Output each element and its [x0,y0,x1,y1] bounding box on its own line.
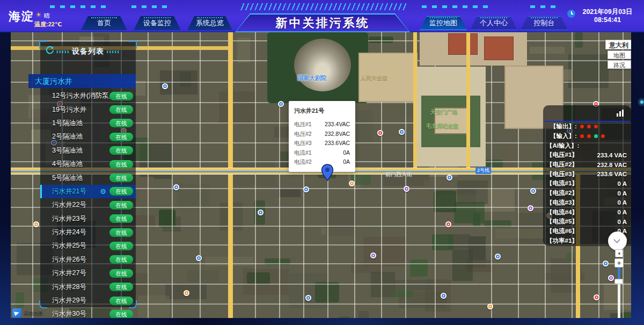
map-poi-marker[interactable] [33,221,39,227]
nav-system-overview-button[interactable]: 系统总览 [187,16,232,30]
device-name: 4号隔油池 [52,160,109,169]
nav-device-monitor-button[interactable]: 设备监控 [134,16,181,30]
app-title-banner: 新中关排污系统 [235,13,410,32]
map-poi-marker[interactable] [399,129,405,135]
status-dot-icon [580,125,584,128]
device-list-item[interactable]: 污水井26号在线 [40,253,136,266]
status-badge: 在线 [109,228,133,237]
nav-home-button[interactable]: 首页 [81,16,127,30]
device-list-item[interactable]: 污水井25号在线 [40,239,136,252]
map-layer-chip-traffic[interactable]: 路况 [608,60,631,69]
map-poi-marker[interactable] [608,275,614,281]
zoom-in-button[interactable]: + [614,258,624,268]
device-list-item[interactable]: 污水井30号在线 [40,307,136,318]
amap-logo-icon[interactable] [12,308,21,317]
telemetry-label: 【电压#1】 [546,151,578,159]
map-poi-marker[interactable] [594,294,599,300]
map-label-text: 天安门广场 [430,109,457,116]
map-poi-marker[interactable] [495,254,501,259]
popup-metric-label: 电压#2 [294,129,312,139]
map-poi-marker[interactable] [530,188,536,194]
device-list-item[interactable]: 19号污水井在线 [40,103,136,116]
map-palace-building [448,33,478,55]
map-poi-marker[interactable] [162,83,168,89]
map-pin-icon[interactable] [321,164,334,181]
map-poi-marker[interactable] [377,130,383,136]
status-badge: 在线 [109,201,133,210]
map-poi-marker[interactable] [603,261,609,266]
device-list-item[interactable]: 污水井28号在线 [40,280,136,293]
telemetry-value: 233.4 VAC [597,152,627,158]
map-block [394,280,433,291]
panel-collapse-button[interactable] [608,232,627,250]
locate-button[interactable] [615,249,623,257]
map-poi-marker[interactable] [370,252,376,258]
map-layer-chip-map[interactable]: 地图 [608,50,631,59]
map-poi-marker[interactable] [487,304,493,309]
device-list-item[interactable]: 12号污水井(消防泵房)在线 [40,89,136,103]
map-poi-marker[interactable] [305,295,311,301]
status-dot-icon [587,125,591,128]
device-group-header[interactable]: 大厦污水井 [28,74,136,88]
map-poi-marker[interactable] [445,221,451,227]
popup-metric-row: 电压#1233.4VAC [294,120,350,129]
device-list-item[interactable]: 4号隔油池在线 [40,157,136,171]
device-list-panel: 设备列表 大厦污水井 12号污水井(消防泵房)在线19号污水井在线1号隔油池在线… [40,42,136,307]
map-poi-marker[interactable] [447,175,452,180]
bar-chart-icon[interactable] [617,110,626,117]
device-list-item[interactable]: 污水井24号在线 [40,226,136,239]
zoom-slider-handle[interactable] [614,279,623,284]
map-poi-marker[interactable] [528,205,533,211]
nav-console-button[interactable]: 控制台 [521,16,568,30]
popup-metric-value: 0A [343,157,350,167]
gear-icon[interactable]: ⚙ [100,187,106,196]
map-poi-marker[interactable] [441,293,447,299]
map-poi-marker[interactable] [278,101,284,107]
device-list-item[interactable]: 污水井29号在线 [40,294,136,307]
nav-monitor-map-button[interactable]: 监控地图 [420,16,467,30]
device-list-item[interactable]: 污水井22号在线 [40,198,136,212]
telemetry-rows: 【输出】:【输入】:【AI输入】:【电压#1】233.4 VAC【电压#2】23… [543,122,631,245]
popup-metric-label: 电流#1 [294,148,312,158]
map-stadium-dome [294,39,351,91]
device-name: 污水井22号 [52,200,109,210]
map-poi-marker[interactable] [184,290,189,296]
device-list-item[interactable]: 3号隔油池在线 [40,144,136,157]
map-poi-marker[interactable] [303,186,309,192]
map-block [457,180,488,204]
telemetry-value: 0 A [618,190,627,197]
status-badge: 在线 [109,242,133,250]
telemetry-metric-row: 【电流#2】0 A [543,189,631,198]
status-badge: 在线 [109,92,133,100]
device-list-item[interactable]: 5号隔油池在线 [40,171,136,184]
device-list-item[interactable]: 2号隔油池在线 [40,130,136,143]
device-list-item[interactable]: 污水井27号在线 [40,266,136,280]
device-name: 2号隔油池 [52,132,109,141]
decor-dashes [50,5,109,8]
map-poi-marker[interactable] [349,180,355,186]
device-name: 污水井27号 [52,269,109,278]
map-road [466,32,470,169]
map-poi-marker[interactable] [404,186,409,192]
map-attribution: 高德地图 [24,310,43,317]
device-list-item[interactable]: 污水井21号⚙在线 [40,185,136,198]
nav-personal-center-button[interactable]: 个人中心 [470,16,517,30]
status-badge: 在线 [109,146,133,155]
map-layer-chip-satellite[interactable]: 意大利 [605,40,631,49]
device-name: 污水井21号 [52,187,100,196]
map-poi-marker[interactable] [258,210,264,215]
device-list-item[interactable]: 污水井23号在线 [40,212,136,226]
map-poi-marker[interactable] [173,184,179,190]
telemetry-value: 0 A [618,219,627,225]
telemetry-status-row: 【AI输入】: [543,141,631,150]
map-canvas[interactable]: 国家大剧院人民大会堂天安门广场毛主席纪念堂前门西大街2号线 设备列表 大厦污水井… [11,32,631,318]
device-list: 12号污水井(消防泵房)在线19号污水井在线1号隔油池在线2号隔油池在线3号隔油… [40,89,136,318]
popup-metric-value: 233.4VAC [325,120,350,129]
map-poi-marker[interactable] [196,255,202,261]
device-list-item[interactable]: 1号隔油池在线 [40,117,136,130]
top-header: 海淀 ☀ 晴 温度:22℃ 首页 设备监控 系统总览 新中关排污系统 监控地图 … [0,0,644,32]
popup-metric-row: 电压#3233.6VAC [294,139,350,148]
telemetry-value: 0 A [618,199,627,206]
map-street [255,32,256,318]
map-street [491,32,492,318]
